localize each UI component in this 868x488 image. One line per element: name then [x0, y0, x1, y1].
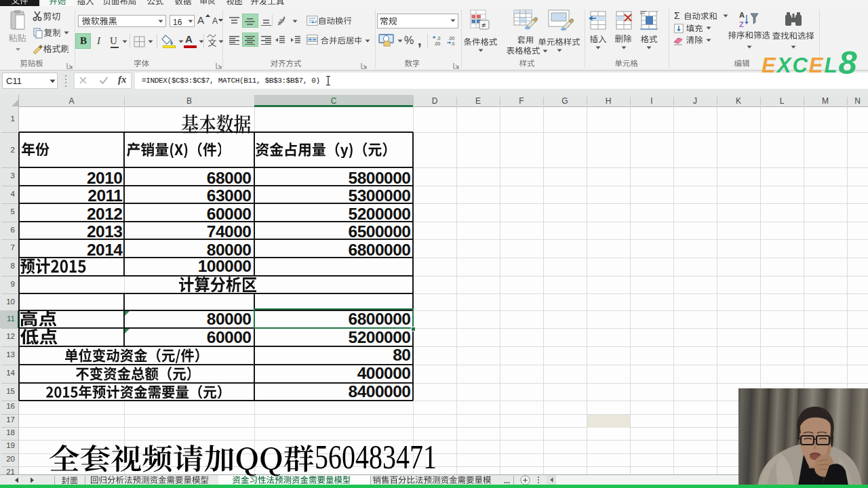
svg-text:.0: .0: [437, 36, 441, 41]
svg-text:.00: .00: [434, 41, 440, 46]
svg-text:.0: .0: [451, 41, 455, 46]
svg-text:A: A: [739, 11, 745, 19]
svg-text:≠: ≠: [481, 21, 486, 29]
svg-text:.00: .00: [448, 36, 454, 41]
svg-text:Z: Z: [739, 20, 744, 28]
